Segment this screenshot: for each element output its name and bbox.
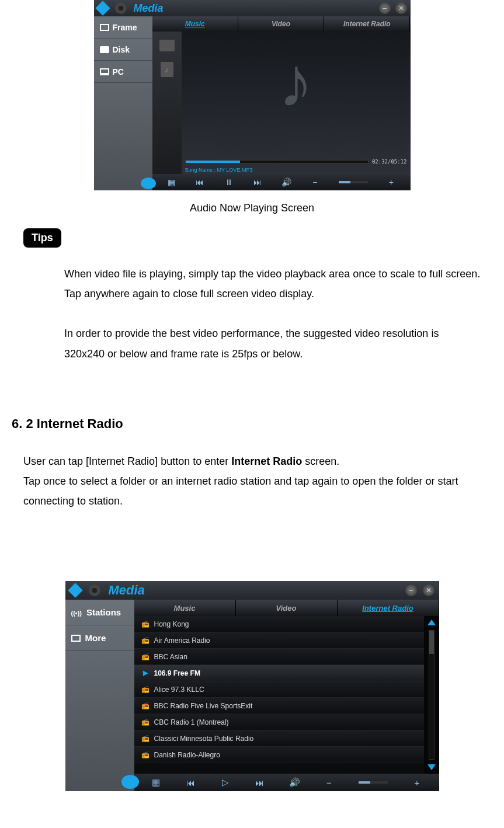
station-item[interactable]: 📻CBC Radio 1 (Montreal) [134, 714, 424, 730]
station-item[interactable]: 📻Air America Radio [134, 632, 424, 649]
volume-down-button[interactable]: − [310, 178, 320, 187]
tip-paragraph: In order to provide the best video perfo… [64, 323, 481, 363]
tab-music[interactable]: Music [134, 600, 236, 616]
station-label: BBC Asian [154, 653, 187, 661]
disk-icon [100, 46, 109, 53]
media-player-screenshot-music: Media – ✕ Frame Disk PC [94, 0, 411, 190]
play-indicator-icon: ▶ [141, 669, 150, 677]
station-label: CBC Radio 1 (Montreal) [154, 718, 229, 726]
scrollbar[interactable] [424, 616, 439, 774]
text-bold: Internet Radio [231, 455, 302, 467]
speaker-icon[interactable]: 🔊 [281, 178, 291, 187]
frame-icon [100, 24, 109, 31]
minimize-button[interactable]: – [405, 585, 417, 596]
sidebar-item-label: Frame [113, 23, 137, 32]
tab-label: Internet Radio [343, 20, 391, 28]
film-reel-icon [115, 2, 127, 14]
sidebar-item-label: More [85, 633, 106, 643]
scroll-up-icon[interactable] [427, 620, 436, 625]
prev-button[interactable]: ⏮ [185, 778, 196, 788]
next-button[interactable]: ⏭ [252, 178, 263, 187]
tabs: Music Video Internet Radio [152, 16, 411, 32]
station-item[interactable]: 📻Hong Kong [134, 616, 424, 632]
close-button[interactable]: ✕ [423, 585, 435, 596]
station-label: Air America Radio [154, 636, 210, 645]
tab-video[interactable]: Video [238, 16, 324, 32]
station-item[interactable]: 📻BBC Asian [134, 649, 424, 665]
sidebar-item-pc[interactable]: PC [94, 61, 152, 83]
radio-icon: 📻 [141, 702, 150, 710]
station-list: 📻Hong Kong📻Air America Radio📻BBC Asian▶1… [134, 616, 424, 774]
minimize-button[interactable]: – [379, 2, 391, 14]
play-button[interactable]: ▷ [220, 777, 231, 788]
time-display: 02:32/05:12 [372, 159, 407, 165]
tab-label: Music [174, 604, 196, 613]
list-icon [71, 635, 81, 642]
radio-icon: 📻 [141, 718, 150, 726]
folder-icon[interactable] [159, 40, 175, 51]
app-title: Media [134, 2, 164, 15]
station-label: Hong Kong [154, 620, 189, 628]
titlebar: Media – ✕ [65, 581, 439, 600]
progress-bar[interactable] [185, 160, 369, 163]
media-player-screenshot-radio: Media – ✕ Stations More Music Vide [65, 581, 439, 791]
tab-label: Music [185, 20, 205, 28]
station-item[interactable]: 📻BBC Radio Five Live SportsExit [134, 698, 424, 714]
sidebar-item-more[interactable]: More [65, 625, 134, 651]
radio-icon: 📻 [141, 620, 150, 628]
tab-label: Video [276, 604, 297, 613]
volume-down-button[interactable]: − [324, 778, 334, 788]
playback-controls: ▦ ⏮ ⏸ ⏭ 🔊 − + [152, 174, 411, 190]
speaker-icon[interactable]: 🔊 [289, 777, 300, 788]
app-logo-icon [68, 583, 82, 598]
song-name-label: Song Name : MY LOVE.MP3 [182, 166, 411, 174]
tab-internet-radio[interactable]: Internet Radio [324, 16, 410, 32]
dock-handle-icon[interactable] [121, 775, 139, 789]
radio-icon: 📻 [141, 653, 150, 661]
sidebar: Stations More [65, 600, 134, 791]
pc-icon [100, 68, 109, 75]
now-playing-area[interactable]: ♪ 02:32/05:12 Song Name : MY LOVE.MP3 [182, 32, 411, 174]
tab-video[interactable]: Video [236, 600, 338, 616]
station-item[interactable]: 📻Danish Radio-Allegro [134, 747, 424, 763]
station-item[interactable]: ▶106.9 Free FM [134, 665, 424, 681]
station-label: BBC Radio Five Live SportsExit [154, 702, 253, 710]
close-button[interactable]: ✕ [395, 2, 407, 14]
film-reel-icon [89, 585, 100, 596]
volume-up-button[interactable]: + [386, 178, 397, 187]
radio-icon: 📻 [141, 735, 150, 743]
sidebar-item-stations[interactable]: Stations [65, 600, 134, 625]
station-label: Alice 97.3 KLLC [154, 686, 204, 694]
app-logo-icon [95, 1, 110, 15]
station-item[interactable]: 📻Classici Minnesota Public Radio [134, 730, 424, 747]
radio-icon: 📻 [141, 686, 150, 694]
radio-icon: 📻 [141, 751, 150, 759]
dock-handle-icon[interactable] [141, 178, 156, 189]
sidebar-item-label: Disk [113, 45, 130, 54]
music-file-icon[interactable] [161, 62, 173, 77]
prev-button[interactable]: ⏮ [194, 178, 205, 187]
sidebar: Frame Disk PC [94, 16, 152, 190]
section-heading: 6. 2 Internet Radio [12, 416, 492, 432]
next-button[interactable]: ⏭ [255, 778, 265, 788]
text-span: screen. [302, 455, 339, 467]
tabs: Music Video Internet Radio [134, 600, 439, 616]
volume-slider[interactable] [339, 181, 368, 183]
sidebar-item-frame[interactable]: Frame [94, 16, 152, 39]
tab-internet-radio[interactable]: Internet Radio [338, 600, 439, 616]
pause-button[interactable]: ⏸ [224, 178, 234, 187]
station-label: 106.9 Free FM [154, 669, 200, 677]
playlist-button[interactable]: ▦ [166, 178, 176, 187]
playback-controls: ▦ ⏮ ▷ ⏭ 🔊 − + [134, 774, 439, 791]
text-span: User can tap [Internet Radio] button to … [23, 455, 231, 467]
scroll-down-icon[interactable] [427, 764, 436, 770]
volume-slider[interactable] [359, 781, 388, 784]
scroll-thumb[interactable] [429, 630, 435, 760]
volume-up-button[interactable]: + [412, 778, 422, 788]
playlist-button[interactable]: ▦ [151, 777, 161, 788]
tab-music[interactable]: Music [152, 16, 238, 32]
station-item[interactable]: 📻Alice 97.3 KLLC [134, 681, 424, 698]
sidebar-item-disk[interactable]: Disk [94, 39, 152, 61]
music-note-icon: ♪ [279, 47, 314, 117]
radio-icon: 📻 [141, 636, 150, 645]
